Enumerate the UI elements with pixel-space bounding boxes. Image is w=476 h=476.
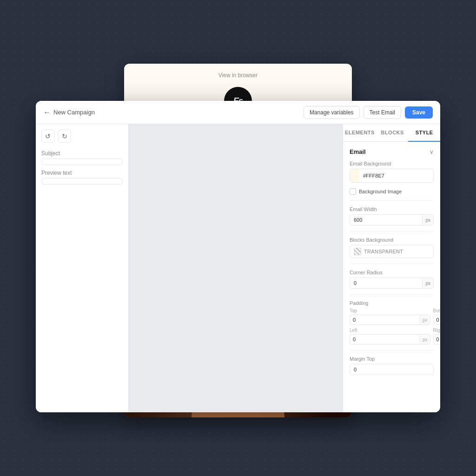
padding-left-field: Left px xyxy=(350,328,430,344)
email-section: Email ∨ Email Background Ba xyxy=(343,142,440,387)
email-width-input-row[interactable]: px xyxy=(350,214,434,225)
padding-right-row[interactable]: px xyxy=(433,334,440,344)
email-background-field: Email Background xyxy=(350,161,434,183)
margin-top-label: Margin Top xyxy=(350,356,434,362)
padding-top-row[interactable]: px xyxy=(350,315,430,325)
background-image-checkbox[interactable] xyxy=(350,188,356,195)
corner-radius-unit: px xyxy=(422,278,433,288)
email-section-title: Email xyxy=(350,148,366,155)
redo-button[interactable]: ↻ xyxy=(58,130,71,143)
padding-field: Padding Top px Bottom xyxy=(350,300,434,344)
padding-top-input[interactable] xyxy=(350,315,420,324)
email-width-unit: px xyxy=(422,215,433,225)
blocks-background-input[interactable]: TRANSPARENT xyxy=(350,245,434,258)
email-section-header: Email ∨ xyxy=(350,148,434,155)
padding-bottom-field: Bottom px xyxy=(433,308,440,325)
padding-right-input[interactable] xyxy=(434,335,440,344)
manage-variables-button[interactable]: Manage variables xyxy=(304,106,360,119)
undo-button[interactable]: ↺ xyxy=(41,130,54,143)
right-properties-panel: ELEMENTS BLOCKS STYLE Email ∨ Email Back… xyxy=(343,124,440,412)
preview-text-input[interactable] xyxy=(41,178,123,185)
chevron-down-icon[interactable]: ∨ xyxy=(430,149,434,155)
transparent-value: TRANSPARENT xyxy=(364,249,403,254)
background-image-row: Background Image xyxy=(350,188,434,195)
panel-tabs: ELEMENTS BLOCKS STYLE xyxy=(343,124,440,142)
subject-input[interactable] xyxy=(41,159,123,165)
email-background-label: Email Background xyxy=(350,161,434,166)
padding-left-row[interactable]: px xyxy=(350,334,430,344)
padding-right-label: Right xyxy=(433,328,440,333)
padding-top-label: Top xyxy=(350,308,430,313)
back-arrow-icon: ← xyxy=(43,108,51,117)
subject-field: Subject xyxy=(41,150,123,165)
blocks-background-field: Blocks Background TRANSPARENT xyxy=(350,237,434,258)
email-background-input[interactable] xyxy=(350,169,434,183)
editor-main: ↺ ↻ Subject Preview text ELEME xyxy=(36,124,440,412)
panel-divider-2 xyxy=(350,231,434,231)
test-email-button[interactable]: Test Email xyxy=(364,106,401,119)
padding-left-unit: px xyxy=(420,335,430,344)
email-width-label: Email Width xyxy=(350,206,434,212)
view-in-browser-link[interactable]: View in browser xyxy=(124,64,352,87)
color-swatch xyxy=(350,169,359,182)
transparent-swatch xyxy=(354,248,361,255)
padding-right-field: Right px xyxy=(433,328,440,344)
back-button[interactable]: ← New Campaign xyxy=(43,108,95,117)
email-background-hex-input[interactable] xyxy=(359,171,433,181)
email-width-field: Email Width px xyxy=(350,206,434,225)
tab-blocks[interactable]: BLOCKS xyxy=(377,124,409,141)
padding-bottom-row[interactable]: px xyxy=(433,315,440,325)
editor-canvas xyxy=(129,124,343,412)
tab-style[interactable]: STYLE xyxy=(408,124,440,142)
save-button[interactable]: Save xyxy=(405,106,433,119)
panel-divider-4 xyxy=(350,294,434,295)
preview-text-label: Preview text xyxy=(41,170,123,176)
corner-radius-input[interactable] xyxy=(350,278,422,288)
blocks-background-label: Blocks Background xyxy=(350,237,434,243)
padding-label: Padding xyxy=(350,300,434,306)
corner-radius-label: Corner Radius xyxy=(350,270,434,275)
subject-label: Subject xyxy=(41,150,123,157)
left-sidebar: ↺ ↻ Subject Preview text xyxy=(36,124,129,412)
undo-redo-group: ↺ ↻ xyxy=(41,130,123,143)
padding-top-field: Top px xyxy=(350,308,430,325)
padding-bottom-label: Bottom xyxy=(433,308,440,313)
tab-elements[interactable]: ELEMENTS xyxy=(343,124,377,141)
padding-left-input[interactable] xyxy=(350,335,420,344)
preview-text-field: Preview text xyxy=(41,170,123,185)
editor-topbar: ← New Campaign Manage variables Test Ema… xyxy=(36,101,440,124)
campaign-title: New Campaign xyxy=(53,109,95,116)
email-width-input[interactable] xyxy=(350,215,422,225)
margin-top-input-row[interactable] xyxy=(350,364,434,375)
panel-divider-1 xyxy=(350,200,434,201)
editor-window: ← New Campaign Manage variables Test Ema… xyxy=(36,101,440,412)
panel-divider-5 xyxy=(350,350,434,350)
corner-radius-field: Corner Radius px xyxy=(350,270,434,289)
background-image-label: Background Image xyxy=(359,189,402,194)
padding-grid: Top px Bottom px xyxy=(350,308,434,344)
topbar-actions: Manage variables Test Email Save xyxy=(304,106,433,119)
corner-radius-input-row[interactable]: px xyxy=(350,278,434,289)
padding-bottom-input[interactable] xyxy=(434,315,440,324)
scene: View in browser Es Welcome to Elysia's I… xyxy=(36,64,440,412)
padding-left-label: Left xyxy=(350,328,430,333)
padding-top-unit: px xyxy=(420,316,430,324)
margin-top-input[interactable] xyxy=(350,364,433,375)
panel-divider-3 xyxy=(350,264,434,264)
margin-top-field: Margin Top xyxy=(350,356,434,375)
